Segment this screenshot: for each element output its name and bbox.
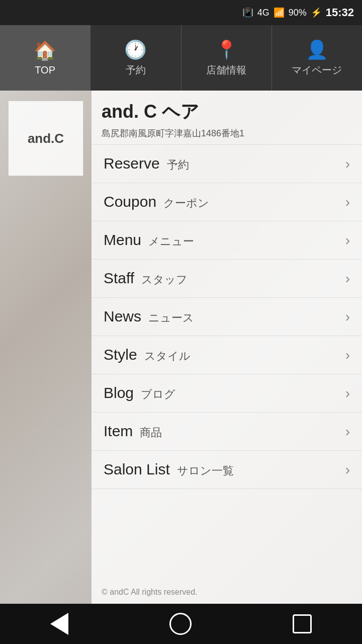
chevron-right-icon: › bbox=[345, 385, 350, 401]
clock-icon: 🕐 bbox=[124, 39, 147, 60]
salon-logo-text: and.C bbox=[28, 131, 64, 146]
battery-indicator: 90% bbox=[289, 8, 307, 18]
tab-mypage-label: マイページ bbox=[292, 63, 342, 77]
menu-item-blog-label: Blog ブログ bbox=[104, 384, 175, 402]
chevron-right-icon: › bbox=[345, 156, 350, 172]
home-circle-icon bbox=[169, 613, 192, 635]
menu-item-coupon-label: Coupon クーポン bbox=[104, 193, 209, 211]
network-icon: 4G bbox=[257, 8, 269, 18]
menu-item-salon-list[interactable]: Salon List サロン一覧 › bbox=[92, 451, 362, 489]
menu-item-menu-label: Menu メニュー bbox=[104, 231, 194, 249]
menu-item-reserve-label: Reserve 予約 bbox=[104, 155, 189, 173]
salon-header: and. C ヘア 島尻郡南風原町字津嘉山1486番地1 bbox=[92, 91, 362, 145]
chevron-right-icon: › bbox=[345, 271, 350, 287]
main-area: and.C and. C ヘア 島尻郡南風原町字津嘉山1486番地1 Reser… bbox=[0, 91, 362, 604]
menu-item-news-label: News ニュース bbox=[104, 308, 194, 326]
tab-mypage[interactable]: 👤 マイページ bbox=[272, 25, 362, 91]
menu-item-news[interactable]: News ニュース › bbox=[92, 298, 362, 336]
menu-item-staff-label: Staff スタッフ bbox=[104, 270, 188, 287]
recents-button[interactable] bbox=[278, 607, 327, 640]
tab-store-label: 店舗情報 bbox=[206, 63, 246, 77]
location-icon: 📍 bbox=[215, 39, 238, 60]
copyright-text: © andC All rights reserved. bbox=[92, 581, 362, 604]
bottom-nav bbox=[0, 604, 362, 644]
menu-item-coupon[interactable]: Coupon クーポン › bbox=[92, 183, 362, 221]
menu-item-style[interactable]: Style スタイル › bbox=[92, 336, 362, 374]
menu-item-menu[interactable]: Menu メニュー › bbox=[92, 221, 362, 260]
chevron-right-icon: › bbox=[345, 309, 350, 325]
back-icon bbox=[50, 613, 68, 635]
home-button[interactable] bbox=[154, 606, 207, 642]
menu-item-style-label: Style スタイル bbox=[104, 346, 191, 364]
menu-item-blog[interactable]: Blog ブログ › bbox=[92, 374, 362, 413]
salon-logo: and.C bbox=[8, 101, 83, 176]
clock: 15:32 bbox=[326, 6, 354, 19]
tab-top[interactable]: 🏠 TOP bbox=[0, 25, 90, 91]
status-bar: 📳 4G 📶 90% ⚡ 15:32 bbox=[0, 0, 362, 25]
back-button[interactable] bbox=[35, 606, 83, 642]
chevron-right-icon: › bbox=[345, 424, 350, 440]
menu-item-item-label: Item 商品 bbox=[104, 423, 162, 440]
signal-icon: 📶 bbox=[274, 7, 285, 18]
battery-icon: ⚡ bbox=[311, 7, 322, 18]
recents-square-icon bbox=[293, 614, 312, 633]
chevron-right-icon: › bbox=[345, 462, 350, 478]
tab-top-label: TOP bbox=[35, 64, 55, 76]
person-icon: 👤 bbox=[306, 39, 328, 60]
menu-item-salon-list-label: Salon List サロン一覧 bbox=[104, 461, 234, 478]
tab-bar: 🏠 TOP 🕐 予約 📍 店舗情報 👤 マイページ bbox=[0, 25, 362, 91]
menu-item-staff[interactable]: Staff スタッフ › bbox=[92, 260, 362, 298]
salon-sidebar: and.C bbox=[0, 91, 92, 604]
vibrate-icon: 📳 bbox=[242, 7, 253, 18]
tab-reserve[interactable]: 🕐 予約 bbox=[90, 25, 181, 91]
chevron-right-icon: › bbox=[345, 347, 350, 363]
home-icon: 🏠 bbox=[34, 40, 56, 61]
chevron-right-icon: › bbox=[345, 194, 350, 210]
chevron-right-icon: › bbox=[345, 232, 350, 249]
menu-panel: and. C ヘア 島尻郡南風原町字津嘉山1486番地1 Reserve 予約 … bbox=[92, 91, 362, 604]
menu-item-item[interactable]: Item 商品 › bbox=[92, 413, 362, 451]
tab-reserve-label: 予約 bbox=[126, 63, 146, 77]
salon-name: and. C ヘア bbox=[102, 100, 352, 124]
tab-store[interactable]: 📍 店舗情報 bbox=[182, 25, 272, 91]
menu-item-reserve[interactable]: Reserve 予約 › bbox=[92, 145, 362, 183]
salon-address: 島尻郡南風原町字津嘉山1486番地1 bbox=[102, 127, 352, 139]
